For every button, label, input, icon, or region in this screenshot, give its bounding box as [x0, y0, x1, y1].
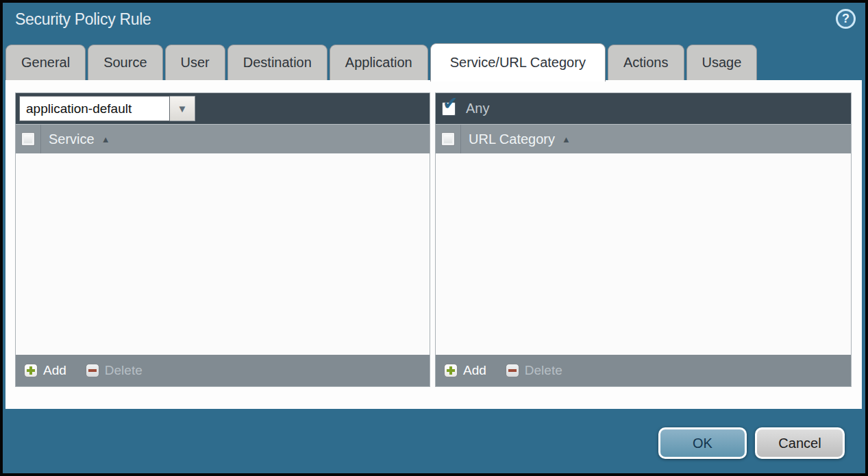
chevron-down-icon: ▼: [177, 103, 188, 114]
service-add-button[interactable]: Add: [24, 363, 66, 378]
service-column-header: Service ▲: [16, 124, 430, 153]
url-category-panel-header: ✔ Any: [436, 93, 851, 124]
service-type-dropdown: application-default ▼: [19, 96, 195, 121]
service-select-all-cell: [16, 125, 41, 153]
service-type-dropdown-button[interactable]: ▼: [170, 96, 195, 121]
url-category-any-checkbox[interactable]: ✔: [442, 102, 456, 116]
help-icon[interactable]: ?: [836, 9, 856, 29]
service-panel-header: application-default ▼: [16, 93, 430, 124]
tab-actions[interactable]: Actions: [608, 45, 684, 80]
sort-ascending-icon[interactable]: ▲: [101, 134, 110, 145]
service-column-label: Service: [49, 131, 95, 147]
service-delete-button[interactable]: Delete: [86, 363, 142, 378]
service-panel: application-default ▼ Service ▲: [15, 92, 430, 387]
url-category-list: [436, 153, 851, 355]
service-type-dropdown-value[interactable]: application-default: [19, 96, 170, 121]
tab-bar: General Source User Destination Applicat…: [5, 45, 757, 80]
service-select-all-checkbox[interactable]: [21, 132, 35, 146]
tab-user[interactable]: User: [165, 45, 225, 80]
security-policy-rule-dialog: Security Policy Rule ? General Source Us…: [0, 0, 868, 476]
url-category-select-all-cell: [436, 125, 461, 153]
url-category-panel-footer: Add Delete: [436, 355, 851, 386]
tab-application[interactable]: Application: [330, 45, 428, 80]
url-category-select-all-checkbox[interactable]: [441, 132, 455, 146]
service-panel-footer: Add Delete: [16, 355, 430, 386]
url-category-column-header: URL Category ▲: [436, 124, 851, 153]
add-plus-icon: [444, 364, 458, 377]
service-list: [16, 153, 430, 355]
checkmark-icon: ✔: [443, 95, 458, 113]
service-column-label-cell: Service ▲: [41, 125, 110, 153]
delete-minus-icon: [86, 364, 99, 377]
cancel-button[interactable]: Cancel: [755, 427, 845, 459]
url-category-add-label: Add: [463, 363, 486, 378]
tab-content: application-default ▼ Service ▲: [5, 80, 862, 409]
tab-service-url-category[interactable]: Service/URL Category: [430, 43, 606, 82]
url-category-column-label: URL Category: [469, 131, 555, 147]
url-category-delete-button[interactable]: Delete: [506, 363, 562, 378]
delete-minus-icon: [506, 364, 519, 377]
ok-button[interactable]: OK: [658, 427, 747, 459]
service-delete-label: Delete: [105, 363, 142, 378]
add-plus-icon: [24, 364, 38, 377]
url-category-delete-label: Delete: [525, 363, 562, 378]
tab-usage[interactable]: Usage: [686, 45, 758, 80]
tab-destination[interactable]: Destination: [227, 45, 327, 80]
url-category-any-row: ✔ Any: [436, 101, 489, 116]
tab-general[interactable]: General: [5, 45, 86, 80]
sort-ascending-icon[interactable]: ▲: [562, 134, 571, 145]
dialog-title: Security Policy Rule: [15, 10, 151, 29]
url-category-panel: ✔ Any URL Category ▲ Add: [435, 92, 852, 387]
service-add-label: Add: [43, 363, 66, 378]
help-icon-glyph: ?: [842, 12, 850, 26]
url-category-any-label: Any: [466, 101, 489, 116]
tab-source[interactable]: Source: [88, 45, 162, 80]
url-category-add-button[interactable]: Add: [444, 363, 486, 378]
url-category-column-label-cell: URL Category ▲: [461, 125, 571, 153]
